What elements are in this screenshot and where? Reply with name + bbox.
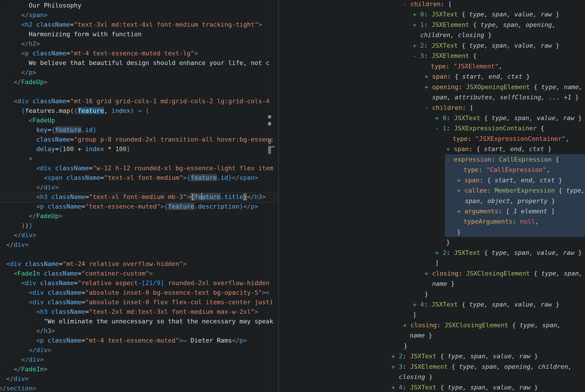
code-line-26[interactable]: </div> xyxy=(0,240,275,250)
code-token: .id xyxy=(217,174,228,181)
code-line-30[interactable]: <div className="relative aspect-[21/9] r… xyxy=(0,278,275,288)
indent-guide xyxy=(6,68,7,77)
code-line-2[interactable]: </span> xyxy=(0,10,275,20)
code-token: className xyxy=(51,193,85,200)
code-line-29[interactable]: <FadeIn className="container-custom"> xyxy=(0,269,275,278)
ast-line-33[interactable]: name } xyxy=(279,330,585,340)
code-line-28[interactable]: <div className="mt-24 relative overflow-… xyxy=(0,259,275,269)
code-token: "w-12 h-12 rounded-xl bg-essence-light f… xyxy=(93,164,273,172)
ast-line-22[interactable]: typeArguments: null, xyxy=(279,216,585,226)
ast-line-9[interactable]: + opening: JSXOpeningElement { type, nam… xyxy=(279,82,585,92)
code-line-35[interactable]: </h3> xyxy=(0,326,275,336)
code-token: : xyxy=(446,63,453,70)
code-line-37[interactable]: </div> xyxy=(0,345,275,355)
code-line-21[interactable]: <h3 className="text-xl font-medium mb-3"… xyxy=(0,192,275,202)
ast-line-23[interactable]: } xyxy=(279,227,585,237)
ast-line-20[interactable]: span, object, property } xyxy=(279,196,585,206)
ast-line-12[interactable]: + 0: JSXText { type, span, value, raw } xyxy=(279,113,585,123)
code-token: div xyxy=(44,184,55,191)
ast-line-4[interactable]: children, closing } xyxy=(279,30,585,40)
code-line-20[interactable]: </div> xyxy=(0,182,275,192)
ast-line-18[interactable]: + span: { start, end, ctxt } xyxy=(279,175,585,185)
ast-line-11[interactable]: - children: [ xyxy=(279,102,585,113)
ast-line-10[interactable]: span, attributes, selfClosing, ... +1 } xyxy=(279,92,585,102)
code-token: span xyxy=(432,73,447,80)
ast-line-35[interactable]: + 2: JSXText { type, span, value, raw } xyxy=(279,351,585,361)
code-token: { xyxy=(448,363,459,370)
code-line-38[interactable]: </div> xyxy=(0,355,275,364)
ast-line-34[interactable]: } xyxy=(279,341,585,351)
ast-line-17[interactable]: type: "CallExpression", xyxy=(279,164,585,175)
code-editor-pane[interactable]: Our Philosophy</span><h2 className="text… xyxy=(0,0,279,392)
ast-line-16[interactable]: - expression: CallExpression { xyxy=(279,154,585,164)
code-line-34[interactable]: "We eliminate the unnecessary so that th… xyxy=(0,316,275,326)
ast-line-25[interactable]: + 2: JSXText { type, span, value, raw } xyxy=(279,248,585,258)
ast-line-13[interactable]: - 1: JSXExpressionContainer { xyxy=(279,123,585,133)
ast-line-30[interactable]: + 4: JSXText { type, span, value, raw } xyxy=(279,299,585,310)
code-token: 3 xyxy=(420,52,424,59)
code-line-5[interactable]: </h2> xyxy=(0,39,275,48)
code-line-19[interactable]: <span className="text-xl font-medium">{f… xyxy=(0,173,275,182)
code-line-27[interactable] xyxy=(0,250,275,259)
code-token xyxy=(36,280,40,286)
code-line-12[interactable]: {features.map((feature, index) ⇒ ( xyxy=(0,106,275,116)
ast-line-8[interactable]: + span: { start, end, ctxt } xyxy=(279,71,585,82)
ast-line-28[interactable]: name } xyxy=(279,278,585,289)
ast-tree-pane[interactable]: - children: [+ 0: JSXText { type, span, … xyxy=(279,0,585,392)
code-line-24[interactable]: ))} xyxy=(0,221,275,230)
ast-line-19[interactable]: + callee: MemberExpression { type, xyxy=(279,185,585,196)
code-line-40[interactable]: </div> xyxy=(0,374,275,384)
code-token: } xyxy=(446,238,450,246)
ast-line-27[interactable]: + closing: JSXClosingElement { type, spa… xyxy=(279,268,585,278)
ast-line-14[interactable]: type: "JSXExpressionContainer", xyxy=(279,134,585,144)
ast-line-7[interactable]: type: "JSXElement", xyxy=(279,61,585,71)
code-line-9[interactable]: </FadeUp> xyxy=(0,77,275,87)
ast-line-15[interactable]: + span: { start, end, ctxt } xyxy=(279,144,585,154)
code-token: { xyxy=(458,42,469,49)
code-token: = xyxy=(66,98,70,104)
ast-line-32[interactable]: + closing: JSXClosingElement { type, spa… xyxy=(279,320,585,330)
ast-line-1[interactable]: - children: [ xyxy=(279,0,585,9)
ast-line-5[interactable]: + 2: JSXText { type, span, value, raw } xyxy=(279,40,585,50)
code-token: { xyxy=(555,187,566,194)
code-line-11[interactable]: <div className="mt-16 grid grid-cols-1 m… xyxy=(0,96,275,106)
scrollbar-slider[interactable] xyxy=(268,148,271,154)
ast-line-37[interactable]: closing } xyxy=(279,372,585,382)
code-line-39[interactable]: </FadeIn> xyxy=(0,364,275,374)
ast-line-21[interactable]: + arguments: [ 1 element ] xyxy=(279,206,585,216)
code-line-10[interactable] xyxy=(0,87,275,96)
code-line-4[interactable]: Harmonizing form with function xyxy=(0,30,275,39)
code-line-23[interactable]: </FadeUp> xyxy=(0,211,275,221)
code-line-41[interactable]: </section> xyxy=(0,384,275,392)
code-line-16[interactable]: delay={100 + index * 100} xyxy=(0,144,275,154)
code-line-15[interactable]: className="group p-8 rounded-2xl transit… xyxy=(0,135,275,144)
code-line-25[interactable]: </div> xyxy=(0,230,275,240)
ast-line-31[interactable]: ] xyxy=(279,310,585,320)
code-line-8[interactable]: </p> xyxy=(0,68,275,77)
ast-line-29[interactable]: } xyxy=(279,289,585,299)
code-line-32[interactable]: <div className="absolute inset-0 flex fl… xyxy=(0,298,275,307)
code-line-14[interactable]: key={feature.id} xyxy=(0,125,275,135)
code-line-6[interactable]: <p className="mt-4 text-essence-muted te… xyxy=(0,48,275,58)
code-line-18[interactable]: <div className="w-12 h-12 rounded-xl bg-… xyxy=(0,164,275,173)
ast-line-38[interactable]: + 4: JSXText { type, span, value, raw } xyxy=(279,382,585,392)
ast-line-6[interactable]: - 3: JSXElement { xyxy=(279,50,585,61)
code-line-31[interactable]: <div className="absolute inset-0 bg-esse… xyxy=(0,288,275,298)
code-line-33[interactable]: <h3 className="text-2xl md:text-3xl font… xyxy=(0,307,275,316)
ast-line-3[interactable]: + 1: JSXElement { type, span, opening, xyxy=(279,20,585,30)
code-line-1[interactable]: Our Philosophy xyxy=(0,1,275,10)
code-line-13[interactable]: <FadeUp xyxy=(0,116,275,125)
ast-line-2[interactable]: + 0: JSXText { type, span, value, raw } xyxy=(279,9,585,19)
code-line-3[interactable]: <h2 className="text-3xl md:text-4xl font… xyxy=(0,20,275,30)
code-token: + xyxy=(413,42,420,49)
ast-line-26[interactable]: ] xyxy=(279,258,585,268)
code-token: ] xyxy=(413,311,417,318)
code-line-22[interactable]: <p className="text-essence-muted">{featu… xyxy=(0,202,275,211)
code-line-7[interactable]: We believe that beautiful design should … xyxy=(0,58,275,68)
code-line-17[interactable]: > xyxy=(0,154,275,164)
ast-line-36[interactable]: + 3: JSXElement { type, span, opening, c… xyxy=(279,362,585,372)
ast-line-24[interactable]: } xyxy=(279,237,585,247)
code-line-36[interactable]: <p className="mt-4 text-essence-muted">—… xyxy=(0,336,275,345)
code-token: "text-3xl md:text-4xl font-medium tracki… xyxy=(74,21,258,28)
code-editor-content[interactable]: Our Philosophy</span><h2 className="text… xyxy=(0,0,275,392)
